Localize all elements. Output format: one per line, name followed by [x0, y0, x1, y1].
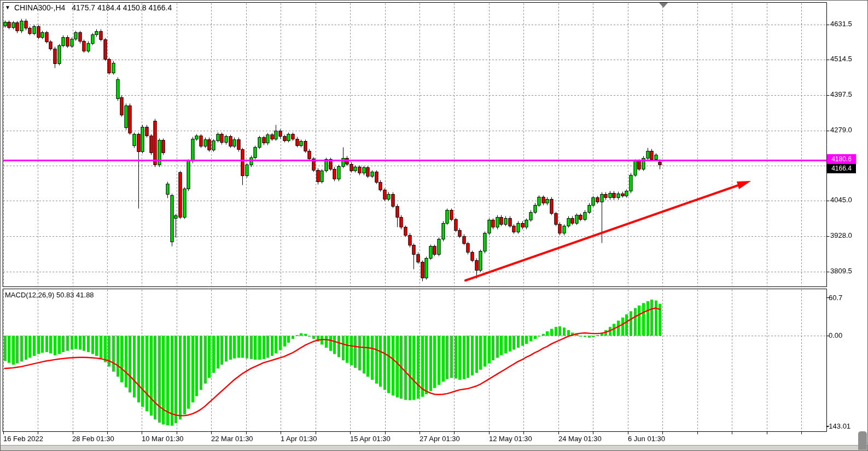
- time-label: 22 Mar 01:30: [211, 435, 253, 443]
- horizontal-price-line[interactable]: [3, 160, 826, 161]
- time-label: 6 Jun 01:30: [628, 435, 665, 443]
- price-tick-label: 4279.0: [830, 126, 852, 134]
- symbol-dropdown-icon[interactable]: ▼: [5, 4, 10, 10]
- window-bottom-strip: [1, 445, 867, 451]
- time-label: 16 Feb 2022: [3, 435, 43, 443]
- time-label: 10 Mar 01:30: [142, 435, 184, 443]
- current-price-badge: 4166.4: [827, 163, 856, 173]
- chart-window: ▼CHINA300-,H44175.7 4184.4 4150.8 4166.4…: [0, 0, 868, 451]
- price-tick-label: 4631.5: [830, 20, 852, 28]
- scrollbar-thumb[interactable]: [858, 431, 867, 450]
- price-tick-label: 3928.0: [830, 231, 852, 240]
- macd-tick-label: 0.00: [829, 331, 842, 340]
- price-tick-label: 4514.5: [830, 55, 852, 63]
- macd-tick-label: 60.7: [829, 294, 842, 302]
- ohlc-values: 4175.7 4184.4 4150.8 4166.4: [72, 3, 172, 12]
- time-label: 1 Apr 01:30: [281, 435, 317, 443]
- price-tick-label: 4045.0: [830, 196, 852, 204]
- price-tick-label: 3809.5: [830, 267, 852, 276]
- chart-canvas[interactable]: [1, 1, 867, 450]
- macd-tick-label: -143.01: [826, 422, 850, 431]
- price-tick-label: 4397.5: [830, 90, 852, 99]
- shift-marker-icon: [659, 3, 668, 8]
- macd-indicator-label: MACD(12,26,9) 50.83 41.88: [5, 291, 94, 299]
- time-label: 15 Apr 01:30: [350, 435, 391, 443]
- time-label: 12 May 01:30: [489, 435, 532, 443]
- chart-title: ▼CHINA300-,H44175.7 4184.4 4150.8 4166.4: [5, 3, 172, 12]
- time-label: 28 Feb 01:30: [72, 435, 114, 443]
- time-label: 24 May 01:30: [558, 435, 602, 443]
- time-label: 27 Apr 01:30: [420, 435, 460, 443]
- symbol-timeframe-label: CHINA300-,H4: [14, 3, 65, 12]
- price-line-badge[interactable]: 4180.6: [827, 154, 856, 164]
